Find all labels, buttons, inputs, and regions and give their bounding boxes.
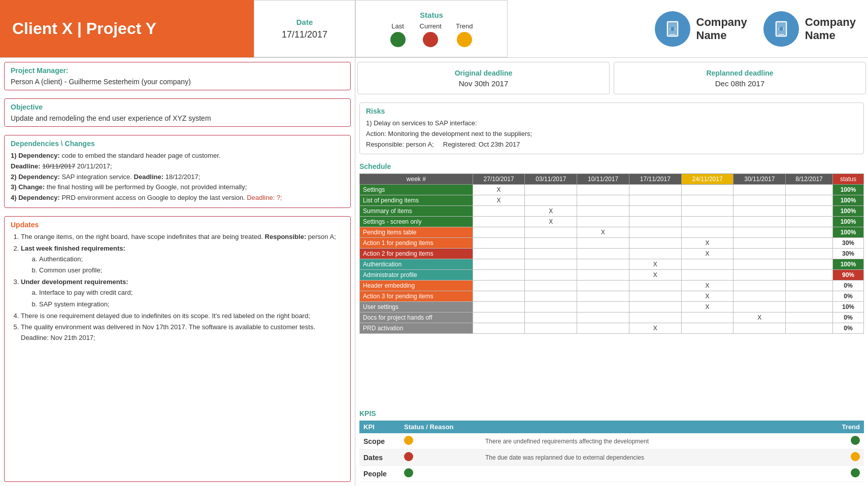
schedule-cell: X bbox=[629, 259, 681, 270]
main-content: Project Manager: Person A (client) - Gui… bbox=[0, 58, 868, 486]
schedule-cell: X bbox=[525, 217, 577, 227]
kpi-status-dot bbox=[404, 436, 413, 445]
schedule-cell bbox=[525, 313, 577, 323]
schedule-cell bbox=[577, 270, 629, 281]
schedule-cell bbox=[786, 270, 833, 281]
kpis-label: KPIS bbox=[359, 409, 864, 418]
schedule-section: Schedule week # 27/10/2017 03/11/2017 10… bbox=[359, 162, 864, 401]
schedule-cell: X bbox=[681, 291, 733, 302]
table-row: Action 1 for pending itemsX30% bbox=[360, 238, 864, 249]
schedule-col-2: 03/11/2017 bbox=[525, 174, 577, 185]
kpi-row: People bbox=[359, 466, 864, 482]
schedule-cell: X bbox=[577, 227, 629, 238]
schedule-row-status: 30% bbox=[832, 238, 863, 249]
table-row: List of pending itemsX100% bbox=[360, 195, 864, 206]
status-box: Status Last Current Trend bbox=[355, 0, 508, 57]
schedule-cell bbox=[786, 217, 833, 227]
schedule-row-label: Administrator profile bbox=[360, 270, 473, 281]
table-row: Action 3 for pending itemsX0% bbox=[360, 291, 864, 302]
schedule-cell bbox=[733, 195, 786, 206]
schedule-row-label: User settings bbox=[360, 302, 473, 313]
schedule-cell bbox=[733, 302, 786, 313]
schedule-cell bbox=[733, 185, 786, 195]
schedule-row-label: Header embedding bbox=[360, 281, 473, 291]
schedule-row-label: Action 2 for pending items bbox=[360, 249, 473, 259]
objective-section: Objective Update and remodeling the end … bbox=[4, 98, 351, 127]
status-trend-dot bbox=[457, 32, 472, 47]
schedule-cell bbox=[629, 291, 681, 302]
company2-logo bbox=[763, 11, 799, 47]
schedule-cell bbox=[473, 291, 525, 302]
right-panel: Original deadline Nov 30th 2017 Replanne… bbox=[355, 58, 868, 486]
schedule-cell: X bbox=[733, 313, 786, 323]
replanned-deadline-label: Replanned deadline bbox=[706, 69, 773, 77]
pm-label: Project Manager: bbox=[11, 66, 344, 75]
schedule-cell bbox=[525, 323, 577, 334]
schedule-row-label: Pending items table bbox=[360, 227, 473, 238]
schedule-row-label: Settings bbox=[360, 185, 473, 195]
schedule-cell: X bbox=[525, 206, 577, 217]
schedule-row-status: 100% bbox=[832, 227, 863, 238]
schedule-cell: X bbox=[473, 185, 525, 195]
schedule-row-label: List of pending items bbox=[360, 195, 473, 206]
schedule-cell bbox=[473, 217, 525, 227]
schedule-cell bbox=[786, 291, 833, 302]
schedule-cell bbox=[577, 291, 629, 302]
schedule-cell bbox=[577, 259, 629, 270]
table-row: Settings - screen onlyX100% bbox=[360, 217, 864, 227]
table-row: Summary of itemsX100% bbox=[360, 206, 864, 217]
schedule-row-status: 0% bbox=[832, 313, 863, 323]
dependencies-label: Dependencies \ Changes bbox=[11, 140, 344, 148]
schedule-cell bbox=[733, 238, 786, 249]
updates-label: Updates bbox=[11, 221, 344, 229]
schedule-cell bbox=[733, 259, 786, 270]
table-row: AuthenticationX100% bbox=[360, 259, 864, 270]
schedule-cell bbox=[473, 206, 525, 217]
schedule-cell bbox=[473, 227, 525, 238]
schedule-cell bbox=[629, 281, 681, 291]
schedule-cell bbox=[577, 249, 629, 259]
schedule-cell: X bbox=[629, 323, 681, 334]
kpi-status bbox=[400, 466, 481, 482]
kpi-reason: There are undefined requirements affecti… bbox=[481, 433, 823, 449]
schedule-col-3: 10/11/2017 bbox=[577, 174, 629, 185]
date-box: Date 17/11/2017 bbox=[254, 0, 355, 57]
schedule-row-label: Summary of items bbox=[360, 206, 473, 217]
status-trend: Trend bbox=[456, 22, 473, 47]
kpi-name: Scope bbox=[359, 433, 400, 449]
company1-logo bbox=[655, 11, 690, 47]
schedule-cell bbox=[681, 185, 733, 195]
schedule-cell bbox=[786, 281, 833, 291]
schedule-cell bbox=[525, 291, 577, 302]
schedule-cell bbox=[629, 313, 681, 323]
status-dots: Last Current Trend bbox=[390, 22, 473, 47]
schedule-cell bbox=[577, 281, 629, 291]
schedule-col-6: 30/11/2017 bbox=[733, 174, 786, 185]
schedule-cell bbox=[733, 270, 786, 281]
company2-name: CompanyName bbox=[805, 16, 856, 42]
schedule-cell bbox=[577, 238, 629, 249]
schedule-cell: X bbox=[629, 270, 681, 281]
schedule-cell bbox=[733, 217, 786, 227]
company1-name: CompanyName bbox=[696, 16, 747, 42]
status-last-dot bbox=[390, 32, 406, 47]
kpi-name: People bbox=[359, 466, 400, 482]
schedule-cell bbox=[786, 302, 833, 313]
schedule-row-status: 100% bbox=[832, 217, 863, 227]
kpis-col-reason bbox=[481, 421, 823, 433]
svg-point-6 bbox=[779, 27, 783, 31]
objective-value: Update and remodeling the end user exper… bbox=[11, 114, 344, 122]
schedule-cell bbox=[786, 259, 833, 270]
company1: CompanyName bbox=[655, 11, 747, 47]
table-row: SettingsX100% bbox=[360, 185, 864, 195]
schedule-row-status: 90% bbox=[832, 270, 863, 281]
schedule-cell bbox=[733, 281, 786, 291]
schedule-row-status: 100% bbox=[832, 185, 863, 195]
svg-rect-7 bbox=[778, 34, 784, 35]
schedule-cell bbox=[786, 206, 833, 217]
kpi-trend-dot bbox=[851, 436, 860, 445]
kpi-trend-dot bbox=[851, 468, 860, 477]
schedule-row-status: 0% bbox=[832, 281, 863, 291]
schedule-cell bbox=[525, 249, 577, 259]
updates-content: The orange items, on the right board, ha… bbox=[11, 232, 344, 343]
